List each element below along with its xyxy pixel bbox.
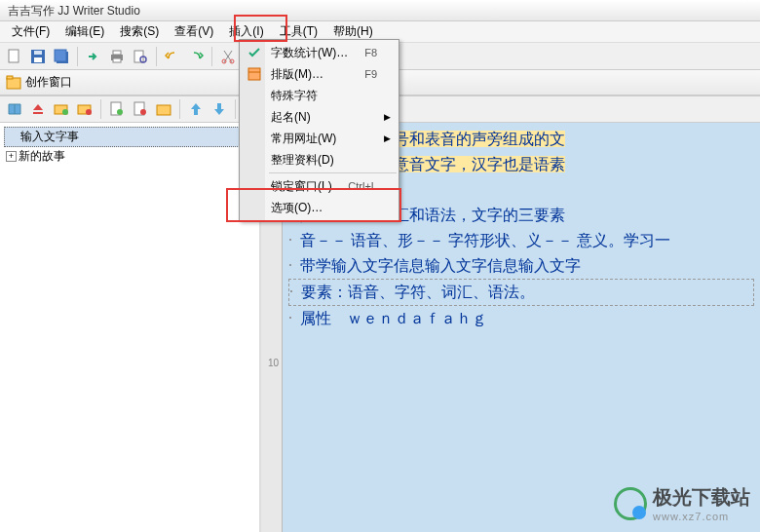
menu-item-label: 字数统计(W)… [271,45,348,61]
svg-rect-0 [9,50,19,62]
folder-icon[interactable] [153,98,174,120]
menu-item[interactable]: 排版(M)…F9 [242,63,397,85]
watermark-text: 极光下载站 [653,484,750,511]
svg-point-23 [117,109,123,115]
window-titlebar: 吉吉写作 JJ Writer Studio [0,0,760,21]
menu-file[interactable]: 文件(F) [4,21,57,42]
menu-edit[interactable]: 编辑(E) [57,21,112,42]
editor-line[interactable]: 属性 ｗｅｎｄａｆａｈｇ [288,306,754,331]
new-folder-icon[interactable] [51,98,72,120]
watermark-logo-icon [614,487,647,520]
preview-icon[interactable] [130,46,151,67]
tree-item[interactable]: + 新的故事 [4,147,255,166]
svg-rect-17 [33,112,43,114]
editor-line[interactable]: 音－－ 语音、形－－ 字符形状、义－－ 意义。学习一 [288,228,754,253]
svg-rect-8 [113,58,121,62]
menu-shortcut: F8 [364,47,377,58]
down-arrow-icon[interactable] [209,98,230,120]
book-open-icon[interactable] [4,98,25,120]
toolbar-separator [100,99,101,119]
undo-icon[interactable] [162,46,183,67]
panel-title: 创作窗口 [25,74,72,91]
svg-point-12 [230,59,234,63]
menu-item[interactable]: 字数统计(W)…F8 [242,42,397,63]
svg-rect-26 [157,105,171,115]
tree-item[interactable]: 输入文字事 [4,127,255,147]
editor-line[interactable]: 要素：语音、字符、词汇、语法。 [288,279,754,306]
toolbar-separator [211,47,212,66]
new-icon[interactable] [4,46,25,67]
menu-item-label: 整理资料(D) [271,152,334,169]
menu-shortcut: F9 [364,68,377,80]
svg-rect-28 [248,68,260,80]
toolbar-separator [77,47,78,66]
svg-point-25 [140,109,146,115]
sidebar-tree: 输入文字事 + 新的故事 [0,123,261,532]
delete-folder-icon[interactable] [74,98,95,120]
menu-item-label: 常用网址(W) [271,131,336,147]
tree-label: 输入文字事 [20,129,79,145]
up-arrow-icon[interactable] [185,98,207,120]
menu-item-label: 特殊字符 [271,88,318,104]
tools-dropdown: 字数统计(W)…F8排版(M)…F9特殊字符起名(N)▶常用网址(W)▶整理资料… [239,39,399,221]
chevron-right-icon: ▶ [384,133,391,143]
svg-point-21 [86,109,92,115]
svg-point-19 [62,109,68,115]
new-doc-icon[interactable] [106,98,128,120]
menu-item-label: 起名(N) [271,109,311,126]
export-icon[interactable] [83,46,104,67]
svg-rect-2 [34,57,42,62]
menu-item[interactable]: 锁定窗口(L)…Ctrl+L [242,175,397,197]
svg-rect-16 [7,76,13,79]
menu-separator [269,172,397,173]
svg-rect-15 [7,78,20,89]
cut-icon[interactable] [217,46,239,67]
svg-rect-3 [34,51,42,55]
save-icon[interactable] [27,46,49,67]
menu-item[interactable]: 选项(O)… [242,197,397,218]
toolbar-separator [156,47,157,66]
watermark: 极光下载站 www.xz7.com [614,484,750,522]
expand-icon[interactable]: + [6,151,17,162]
svg-point-11 [222,59,226,63]
menu-item[interactable]: 常用网址(W)▶ [242,128,397,149]
toolbar-separator [235,99,236,119]
toolbar-separator [179,99,180,119]
menu-item[interactable]: 整理资料(D) [242,149,397,171]
menu-item-label: 选项(O)… [271,200,323,216]
chevron-right-icon: ▶ [384,112,391,122]
eject-icon[interactable] [27,98,49,120]
save-all-icon[interactable] [51,46,72,67]
menu-item[interactable]: 起名(N)▶ [242,106,397,128]
print-icon[interactable] [106,46,128,67]
svg-rect-5 [55,50,66,61]
menu-search[interactable]: 搜索(S) [112,21,167,42]
watermark-url: www.xz7.com [653,511,750,522]
panel-icon [6,75,21,91]
menu-item[interactable]: 特殊字符 [242,85,397,106]
delete-doc-icon[interactable] [130,98,151,120]
menu-view[interactable]: 查看(V) [167,21,221,42]
menu-shortcut: Ctrl+L [348,180,377,192]
layout-icon [247,66,262,82]
tree-label: 新的故事 [19,148,65,165]
check-icon [247,45,262,60]
app-title: 吉吉写作 JJ Writer Studio [8,4,140,18]
redo-icon[interactable] [185,46,207,67]
menu-item-label: 排版(M)… [271,66,323,83]
editor-line[interactable]: 带学输入文字信息输入文字信息输入文字 [288,253,754,279]
menu-item-label: 锁定窗口(L)… [271,178,344,195]
svg-rect-7 [113,51,121,55]
